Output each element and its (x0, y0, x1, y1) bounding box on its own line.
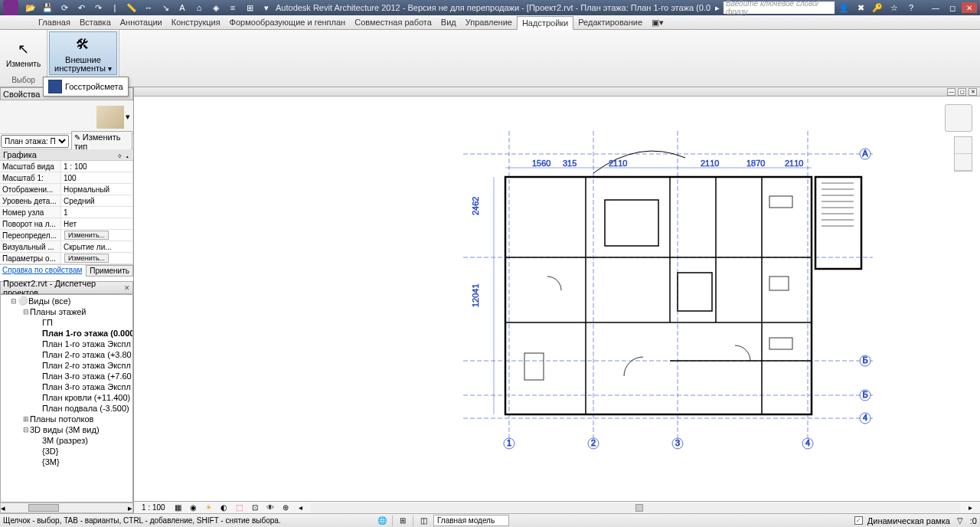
prop-display-value[interactable]: Нормальный (61, 184, 133, 195)
key-icon[interactable]: 🔑 (871, 2, 884, 14)
prop-rotation-value[interactable]: Нет (61, 218, 133, 229)
prop-scale1-value[interactable]: 100 (61, 172, 133, 183)
save-icon[interactable]: 💾 (41, 2, 54, 14)
visual-style-icon[interactable]: ◉ (188, 502, 199, 513)
help-icon[interactable]: ? (905, 2, 917, 14)
tree-item[interactable]: План 1-го этажа Экспл (1, 339, 132, 349)
external-tools-button[interactable]: 🛠 Внешниеинструменты ▾ (49, 31, 117, 75)
undo-icon[interactable]: ↶ (75, 2, 87, 14)
prop-detail-value[interactable]: Средний (61, 195, 133, 206)
prop-partnum-value[interactable]: 1 (61, 207, 133, 218)
prop-override-button[interactable]: Изменить... (64, 231, 109, 240)
prop-visual-value[interactable]: Скрытие ли... (61, 241, 133, 252)
tab-annotate[interactable]: Аннотации (116, 15, 167, 29)
prop-scale-value[interactable]: 1 : 100 (61, 161, 133, 172)
tree-item[interactable]: 3М (разрез) (1, 435, 132, 446)
props-section-header[interactable]: Графика⬨ ▴ (0, 149, 133, 161)
tree-item[interactable]: План 3-го этажа Экспл (1, 381, 132, 392)
browser-tree[interactable]: ⊟⚪ Виды (все) ⊟Планы этажей ГП План 1-го… (0, 294, 133, 502)
tree-item[interactable]: План 2-го этажа (+3.80 (1, 349, 132, 360)
open-icon[interactable]: 📂 (24, 2, 37, 14)
tab-insert[interactable]: Вставка (75, 15, 116, 29)
nav-right-icon[interactable]: ▸ (965, 502, 975, 513)
view-cube[interactable] (945, 104, 972, 132)
category-selector[interactable]: План этажа: П (1, 135, 69, 148)
sync-icon[interactable]: ⟳ (58, 2, 70, 14)
text-icon[interactable]: A (176, 2, 188, 14)
dim-icon[interactable]: ↔ (142, 2, 155, 14)
tree-item[interactable]: План 1-го этажа (0.000 (1, 328, 132, 339)
tree-item[interactable]: План 3-го этажа (+7.60 (1, 371, 132, 381)
model-selector[interactable]: Главная модель (433, 515, 509, 526)
crop-icon[interactable]: ⬚ (234, 502, 245, 513)
apply-button[interactable]: Применить (86, 265, 133, 277)
type-selector-thumb[interactable]: ▾ (0, 100, 133, 134)
tree-item[interactable]: {3D} (1, 446, 132, 457)
measure-icon[interactable]: 📏 (126, 2, 138, 14)
close-button[interactable]: ✕ (962, 2, 977, 13)
tab-home[interactable]: Главная (34, 15, 75, 29)
maximize-button[interactable]: ◻ (945, 2, 960, 13)
minimize-button[interactable]: — (928, 2, 943, 13)
navigation-bar[interactable] (954, 136, 972, 172)
svg-text:315: 315 (563, 159, 577, 168)
view-min-button[interactable]: — (947, 88, 956, 96)
tab-panel-toggle[interactable]: ▣▾ (647, 15, 668, 29)
hide-icon[interactable]: 👁 (265, 502, 276, 513)
sep-icon: | (109, 2, 121, 14)
switch-win-icon[interactable]: ▾ (260, 2, 273, 14)
tree-item[interactable]: План подвала (-3.500) (1, 403, 132, 414)
ribbon-tabs: Главная Вставка Аннотации Конструкция Фо… (0, 15, 980, 30)
tab-massing[interactable]: Формообразующие и генплан (225, 15, 351, 29)
tab-modify[interactable]: Редактирование (573, 15, 647, 29)
properties-help-link[interactable]: Справка по свойствам (0, 265, 86, 277)
3d-icon[interactable]: ⌂ (193, 2, 205, 14)
title-right-icons: 👤 ✖ 🔑 ☆ ? — ◻ ✕ (835, 2, 980, 14)
svg-text:А: А (862, 149, 868, 158)
tree-item[interactable]: ГП (1, 317, 132, 328)
crop-region-icon[interactable]: ⊡ (250, 502, 260, 513)
scale-display[interactable]: 1 : 100 (139, 503, 168, 512)
search-input[interactable]: Введите ключевое слово/фразу (724, 2, 835, 14)
tab-collaborate[interactable]: Совместная работа (350, 15, 436, 29)
editable-icon[interactable]: ⊞ (397, 516, 408, 526)
view-hscroll[interactable] (311, 503, 960, 512)
thin-lines-icon[interactable]: ≡ (227, 2, 239, 14)
app-logo[interactable] (3, 0, 18, 15)
view-close-button[interactable]: ✕ (969, 88, 977, 96)
tree-item[interactable]: {3М} (1, 457, 132, 467)
browser-hscroll[interactable]: ◂▸ (0, 502, 133, 513)
design-options-icon[interactable]: ◫ (418, 516, 429, 526)
panel-close-icon[interactable]: ✕ (124, 284, 130, 292)
select-group-label: Выбор (2, 75, 45, 85)
sign-in-icon[interactable]: 👤 (838, 2, 850, 14)
exchange-icon[interactable]: ✖ (854, 2, 867, 14)
modify-button[interactable]: ↖ Изменить (2, 31, 45, 75)
sun-icon[interactable]: ☀ (204, 502, 214, 513)
tag-icon[interactable]: ↘ (159, 2, 172, 14)
tab-view[interactable]: Вид (436, 15, 461, 29)
tree-item[interactable]: План 2-го этажа Экспл (1, 360, 132, 371)
drawing-canvas[interactable]: 1 2 3 4 А Б Б 4 (134, 97, 980, 501)
browser-header[interactable]: Проект2.rvt - Диспетчер проектов ✕ (0, 281, 133, 294)
prop-params-button[interactable]: Изменить... (64, 254, 109, 263)
redo-icon[interactable]: ↷ (92, 2, 104, 14)
workset-icon[interactable]: 🌐 (377, 516, 387, 526)
dyn-frame-checkbox[interactable]: ✓ (854, 516, 863, 525)
reveal-icon[interactable]: ⊕ (280, 502, 291, 513)
filter-icon[interactable]: ▽ (955, 516, 965, 526)
shadow-icon[interactable]: ◐ (219, 502, 230, 513)
close-win-icon[interactable]: ⊞ (243, 2, 256, 14)
title-next-icon[interactable]: ▸ (711, 2, 724, 14)
view-max-button[interactable]: ◻ (958, 88, 966, 96)
detail-level-icon[interactable]: ▦ (173, 502, 184, 513)
fav-icon[interactable]: ☆ (888, 2, 900, 14)
tree-item[interactable]: План кровли (+11.400) (1, 392, 132, 403)
tab-addins[interactable]: Надстройки (517, 16, 573, 30)
section-icon[interactable]: ◈ (210, 2, 222, 14)
tab-structure[interactable]: Конструкция (167, 15, 225, 29)
svg-rect-35 (678, 273, 712, 311)
nav-left-icon[interactable]: ◂ (296, 502, 306, 513)
gosstroysmeta-menu-item[interactable]: Госстройсмета (43, 77, 129, 97)
tab-manage[interactable]: Управление (461, 15, 517, 29)
